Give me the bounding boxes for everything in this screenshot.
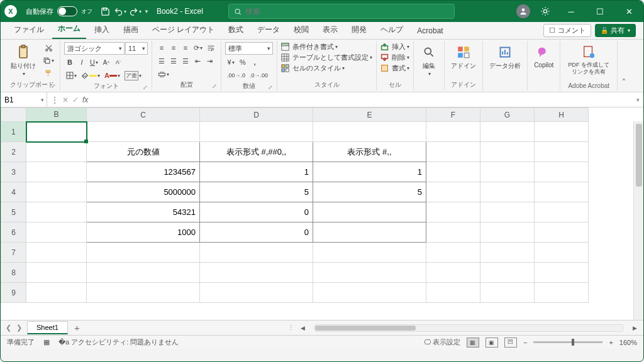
cell[interactable] <box>26 243 87 263</box>
decrease-decimal-button[interactable]: .0→.00 <box>248 70 270 81</box>
acrobat-button[interactable]: PDF を作成してリンクを共有 <box>564 42 613 77</box>
cell[interactable] <box>26 283 87 303</box>
cell[interactable] <box>480 283 535 303</box>
underline-button[interactable]: U▾ <box>88 57 100 68</box>
copy-button[interactable]: ▾ <box>41 55 56 66</box>
dialog-launcher-icon[interactable]: ⤢ <box>143 84 148 90</box>
cell[interactable] <box>87 243 200 263</box>
tab-ホーム[interactable]: ホーム <box>52 20 86 39</box>
tab-数式[interactable]: 数式 <box>223 21 249 39</box>
cell[interactable] <box>535 243 589 263</box>
cell[interactable] <box>480 222 535 243</box>
cell[interactable]: 54321 <box>87 202 200 222</box>
merge-button[interactable]: ▾ <box>156 69 171 80</box>
cell[interactable] <box>26 202 87 222</box>
align-bottom-button[interactable]: ≡ <box>180 42 191 53</box>
cell[interactable] <box>200 283 313 303</box>
cell[interactable]: 0 <box>200 202 313 222</box>
formula-input[interactable] <box>92 96 633 104</box>
row-header[interactable]: 8 <box>1 263 26 283</box>
tab-ページ レイアウト[interactable]: ページ レイアウト <box>147 21 220 39</box>
page-layout-view-button[interactable]: ▣ <box>486 337 498 348</box>
help-icon[interactable] <box>538 4 553 19</box>
conditional-format-button[interactable]: 条件付き書式▾ <box>281 42 338 52</box>
fx-icon[interactable]: fx <box>82 96 88 104</box>
account-avatar-icon[interactable] <box>516 4 530 18</box>
tab-開発[interactable]: 開発 <box>346 21 372 39</box>
cell[interactable] <box>480 243 535 263</box>
cell[interactable]: 1 <box>313 162 426 182</box>
cell[interactable] <box>535 122 589 142</box>
paste-button[interactable]: 貼り付け▾ <box>8 42 38 78</box>
cancel-formula-icon[interactable]: ✕ <box>62 96 69 104</box>
decrease-font-button[interactable]: Aˇ <box>113 57 124 68</box>
editing-button[interactable]: 編集▾ <box>418 42 440 78</box>
cell[interactable]: 元の数値 <box>87 142 200 162</box>
cell[interactable]: 5 <box>200 182 313 202</box>
fill-color-button[interactable]: ▾ <box>79 70 102 81</box>
cell[interactable] <box>26 182 87 202</box>
name-box[interactable]: B1 <box>1 92 47 107</box>
tab-Acrobat[interactable]: Acrobat <box>411 23 448 39</box>
cell[interactable] <box>313 263 426 283</box>
normal-view-button[interactable]: ▦ <box>467 337 479 348</box>
tab-表示[interactable]: 表示 <box>317 21 343 39</box>
italic-button[interactable]: I <box>76 57 87 68</box>
search-input[interactable] <box>245 7 449 16</box>
cell[interactable] <box>200 122 313 142</box>
cell[interactable] <box>26 122 87 142</box>
minimize-button[interactable]: ─ <box>560 2 582 21</box>
cell[interactable] <box>535 263 589 283</box>
tab-挿入[interactable]: 挿入 <box>89 21 115 39</box>
cell[interactable] <box>426 122 480 142</box>
addin-button[interactable]: アドイン <box>448 42 479 72</box>
zoom-out-button[interactable]: − <box>523 339 527 346</box>
cell[interactable]: 1000 <box>87 222 200 243</box>
col-header[interactable]: E <box>313 108 426 122</box>
cell[interactable]: 表示形式 #,, <box>313 142 426 162</box>
col-header[interactable]: G <box>480 108 535 122</box>
page-break-view-button[interactable]: 凹 <box>504 337 517 348</box>
cell[interactable] <box>313 122 426 142</box>
cell[interactable] <box>535 222 589 243</box>
borders-button[interactable]: ▾ <box>64 70 79 81</box>
expand-formula-icon[interactable]: ▾ <box>633 97 643 103</box>
format-painter-button[interactable] <box>41 67 56 79</box>
cell[interactable] <box>426 283 480 303</box>
horizontal-scrollbar[interactable]: ◀▶ <box>301 324 637 332</box>
cell[interactable] <box>535 283 589 303</box>
cell[interactable]: 5 <box>313 182 426 202</box>
cell[interactable] <box>535 142 589 162</box>
cell[interactable] <box>426 182 480 202</box>
accessibility-status[interactable]: �a アクセシビリティ: 問題ありません <box>58 337 179 347</box>
comments-button[interactable]: ☐ コメント <box>543 24 591 37</box>
redo-button[interactable]: ▾ <box>128 4 143 19</box>
next-sheet-button[interactable]: ❯ <box>16 324 22 332</box>
macro-icon[interactable]: ▦ <box>43 338 50 346</box>
zoom-level[interactable]: 160% <box>619 339 637 346</box>
bold-button[interactable]: B <box>64 57 75 68</box>
dialog-launcher-icon[interactable]: ⤢ <box>212 83 217 89</box>
cell[interactable] <box>87 283 200 303</box>
zoom-in-button[interactable]: + <box>609 339 613 346</box>
collapse-ribbon-button[interactable]: ˄ <box>618 74 630 90</box>
col-header[interactable]: F <box>426 108 480 122</box>
tab-描画[interactable]: 描画 <box>118 21 144 39</box>
cell[interactable] <box>535 202 589 222</box>
currency-button[interactable]: ¥▾ <box>225 57 236 68</box>
cell[interactable] <box>480 263 535 283</box>
indent-increase-button[interactable]: ⇥ <box>204 55 215 67</box>
font-name-select[interactable]: 游ゴシック <box>64 42 125 55</box>
autosave-toggle[interactable]: 自動保存 オフ <box>26 6 92 16</box>
undo-button[interactable]: ▾ <box>113 4 128 19</box>
share-button[interactable]: 🔓共有 ▾ <box>595 24 636 37</box>
cell[interactable]: 表示形式 #,##0,, <box>200 142 313 162</box>
format-table-button[interactable]: テーブルとして書式設定▾ <box>281 53 372 62</box>
enter-formula-icon[interactable]: ✓ <box>72 96 79 104</box>
data-analysis-button[interactable]: データ分析 <box>487 42 523 72</box>
cell[interactable] <box>87 263 200 283</box>
cell[interactable] <box>426 243 480 263</box>
font-size-select[interactable]: 11 <box>125 42 148 55</box>
delete-cells-button[interactable]: 削除▾ <box>380 53 409 62</box>
row-header[interactable]: 5 <box>1 202 26 222</box>
